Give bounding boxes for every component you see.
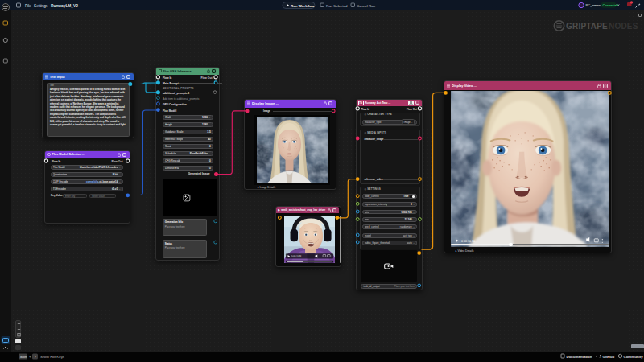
svg-text:GRIPTAPE: GRIPTAPE bbox=[566, 22, 608, 31]
svg-text:Settings: Settings bbox=[34, 4, 48, 8]
svg-text:Show Hot Keys: Show Hot Keys bbox=[40, 355, 65, 359]
svg-text:NODES: NODES bbox=[609, 22, 638, 31]
svg-text:PC_emerv: PC_emerv bbox=[586, 3, 603, 7]
svg-text:RunwayLM_V2: RunwayLM_V2 bbox=[51, 4, 78, 8]
svg-text:Run Selected: Run Selected bbox=[326, 4, 348, 8]
svg-text:+: + bbox=[29, 355, 31, 359]
svg-text:Documentation: Documentation bbox=[567, 355, 592, 359]
svg-text:Shift: Shift bbox=[20, 355, 27, 359]
svg-text:Cancel Run: Cancel Run bbox=[357, 4, 375, 8]
svg-text:Community: Community bbox=[624, 355, 644, 359]
svg-text:0:00 / 0:10: 0:00 / 0:10 bbox=[461, 240, 475, 243]
svg-text:File: File bbox=[25, 4, 31, 8]
svg-text:0:00 / 0:16: 0:00 / 0:16 bbox=[291, 255, 302, 258]
svg-text:Run Workflow: Run Workflow bbox=[291, 4, 315, 8]
svg-text:GitHub: GitHub bbox=[603, 355, 615, 359]
